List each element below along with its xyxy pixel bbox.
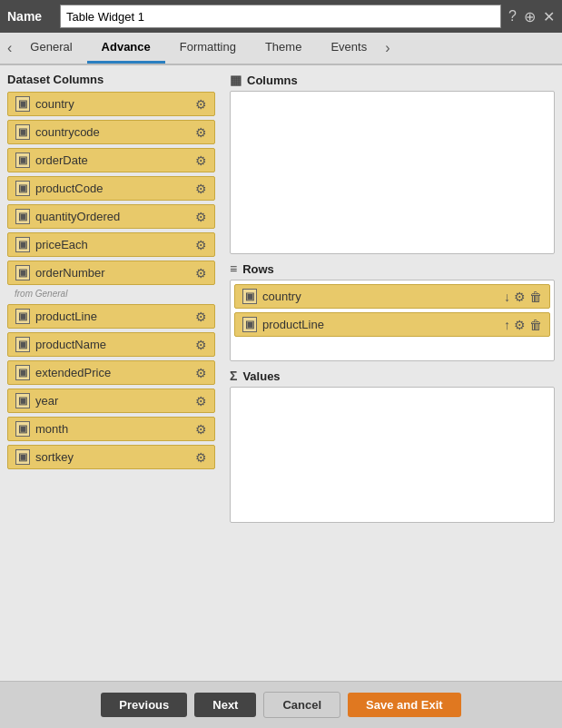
main-content: Dataset Columns ▣ country ⚙ ▣ countrycod…: [0, 65, 562, 681]
column-type-icon: ▣: [15, 393, 30, 408]
column-type-icon: ▣: [242, 317, 257, 332]
column-label: productName: [35, 338, 106, 351]
close-icon[interactable]: ✕: [543, 8, 555, 25]
list-item[interactable]: ▣ month ⚙: [7, 417, 215, 441]
list-item[interactable]: ▣ productName ⚙: [7, 332, 215, 357]
rows-section-title: ≡ Rows: [230, 261, 555, 276]
tab-prev-button[interactable]: ‹: [4, 40, 15, 56]
columns-section-title: ▦ Columns: [230, 73, 555, 87]
list-item[interactable]: ▣ countrycode ⚙: [7, 120, 215, 144]
title-icons: ? ⊕ ✕: [508, 8, 555, 25]
values-section: Σ Values: [230, 369, 555, 523]
column-label: year: [35, 394, 58, 408]
right-panel: ▦ Columns ≡ Rows ▣ country ↓ ⚙: [222, 65, 562, 681]
rows-drop-zone[interactable]: ▣ country ↓ ⚙ 🗑 ▣ productLine: [230, 280, 555, 361]
next-button[interactable]: Next: [194, 693, 256, 717]
tab-general[interactable]: General: [15, 33, 86, 64]
column-label: month: [35, 422, 68, 436]
column-label: productCode: [35, 182, 103, 195]
column-type-icon: ▣: [15, 309, 30, 324]
column-label: sortkey: [35, 450, 74, 464]
rows-section: ≡ Rows ▣ country ↓ ⚙ 🗑: [230, 261, 555, 361]
footer: Previous Next Cancel Save and Exit: [0, 681, 562, 728]
list-item[interactable]: ▣ sortkey ⚙: [7, 445, 215, 469]
title-bar: Name ? ⊕ ✕: [0, 0, 562, 33]
column-type-icon: ▣: [242, 289, 257, 304]
name-label: Name: [7, 9, 53, 24]
column-type-icon: ▣: [15, 421, 30, 437]
tab-events[interactable]: Events: [316, 33, 381, 64]
row-gear-icon[interactable]: ⚙: [514, 318, 526, 332]
values-drop-zone[interactable]: [230, 387, 555, 523]
gear-icon[interactable]: ⚙: [195, 310, 207, 324]
rows-icon: ≡: [230, 261, 237, 276]
row-gear-icon[interactable]: ⚙: [514, 290, 526, 304]
column-label: extendedPrice: [35, 366, 111, 379]
gear-icon[interactable]: ⚙: [195, 125, 207, 140]
tab-formatting[interactable]: Formatting: [165, 33, 251, 64]
gear-icon[interactable]: ⚙: [195, 210, 207, 224]
row-label: country: [262, 290, 301, 303]
list-item[interactable]: ▣ extendedPrice ⚙: [7, 360, 215, 385]
left-panel: Dataset Columns ▣ country ⚙ ▣ countrycod…: [0, 65, 222, 681]
row-item-country[interactable]: ▣ country ↓ ⚙ 🗑: [234, 284, 550, 309]
move-up-icon[interactable]: ↑: [504, 318, 510, 332]
column-type-icon: ▣: [15, 124, 30, 140]
move-icon[interactable]: ⊕: [524, 8, 536, 25]
cancel-button[interactable]: Cancel: [263, 692, 340, 718]
gear-icon[interactable]: ⚙: [195, 266, 207, 280]
gear-icon[interactable]: ⚙: [195, 238, 207, 252]
column-type-icon: ▣: [15, 209, 30, 224]
delete-row-icon[interactable]: 🗑: [529, 318, 542, 332]
gear-icon[interactable]: ⚙: [195, 182, 207, 196]
list-item[interactable]: ▣ priceEach ⚙: [7, 232, 215, 257]
column-type-icon: ▣: [15, 337, 30, 352]
column-type-icon: ▣: [15, 237, 30, 252]
row-label: productLine: [262, 318, 324, 331]
list-item[interactable]: ▣ year ⚙: [7, 389, 215, 413]
gear-icon[interactable]: ⚙: [195, 366, 207, 380]
dataset-column-list: ▣ country ⚙ ▣ countrycode ⚙ ▣ orderDate …: [7, 92, 215, 469]
column-type-icon: ▣: [15, 181, 30, 196]
dataset-columns-title: Dataset Columns: [7, 73, 215, 86]
tab-next-button[interactable]: ›: [381, 40, 393, 56]
list-item[interactable]: ▣ productLine ⚙: [7, 304, 215, 329]
gear-icon[interactable]: ⚙: [195, 450, 207, 465]
columns-icon: ▦: [230, 73, 242, 87]
gear-icon[interactable]: ⚙: [195, 97, 207, 112]
sigma-icon: Σ: [230, 369, 237, 383]
save-exit-button[interactable]: Save and Exit: [348, 693, 461, 717]
move-down-icon[interactable]: ↓: [504, 290, 510, 304]
gear-icon[interactable]: ⚙: [195, 338, 207, 352]
tab-bar: ‹ General Advance Formatting Theme Event…: [0, 33, 562, 65]
list-item[interactable]: ▣ orderDate ⚙: [7, 148, 215, 172]
previous-button[interactable]: Previous: [101, 693, 187, 717]
columns-drop-zone[interactable]: [230, 91, 555, 254]
row-item-productline[interactable]: ▣ productLine ↑ ⚙ 🗑: [234, 312, 550, 337]
values-section-title: Σ Values: [230, 369, 555, 383]
column-type-icon: ▣: [15, 365, 30, 380]
delete-row-icon[interactable]: 🗑: [529, 290, 542, 304]
column-label: productLine: [35, 310, 97, 323]
column-label: countrycode: [35, 125, 100, 139]
list-item[interactable]: ▣ orderNumber ⚙: [7, 261, 215, 285]
tab-advance[interactable]: Advance: [87, 33, 165, 64]
list-item[interactable]: ▣ quantityOrdered ⚙: [7, 204, 215, 229]
tab-theme[interactable]: Theme: [251, 33, 316, 64]
from-general-note: from General: [7, 289, 215, 299]
column-label: country: [35, 97, 74, 111]
widget-name-input[interactable]: [60, 5, 501, 28]
column-type-icon: ▣: [15, 96, 30, 112]
column-type-icon: ▣: [15, 449, 30, 465]
list-item[interactable]: ▣ country ⚙: [7, 92, 215, 116]
list-item[interactable]: ▣ productCode ⚙: [7, 176, 215, 201]
column-label: quantityOrdered: [35, 210, 120, 223]
gear-icon[interactable]: ⚙: [195, 422, 207, 437]
columns-section: ▦ Columns: [230, 73, 555, 254]
help-icon[interactable]: ?: [508, 8, 517, 25]
column-label: orderNumber: [35, 266, 105, 280]
column-label: priceEach: [35, 238, 88, 251]
gear-icon[interactable]: ⚙: [195, 394, 207, 408]
gear-icon[interactable]: ⚙: [195, 153, 207, 168]
column-type-icon: ▣: [15, 265, 30, 280]
